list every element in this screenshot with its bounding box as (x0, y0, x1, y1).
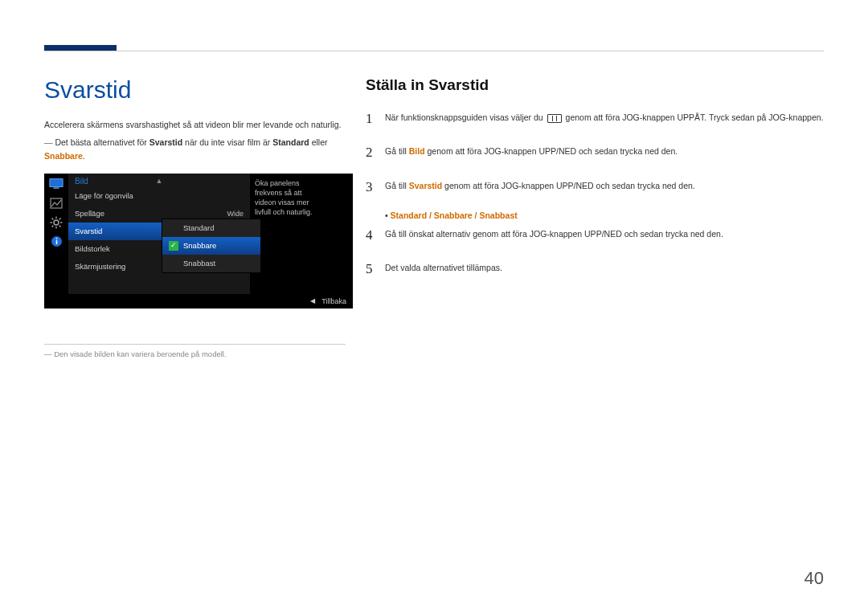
osd-panel: Bild ▲ Läge för ögonvila Spelläge Wide (44, 174, 353, 309)
svg-line-8 (52, 218, 54, 219)
instructions-list: 1 När funktionsknappsguiden visas väljer… (366, 108, 824, 198)
osd-item-value: Wide (227, 210, 244, 218)
step-2: 2 Gå till Bild genom att föra JOG-knappe… (366, 142, 824, 163)
step-body: Gå till Svarstid genom att föra JOG-knap… (385, 177, 824, 192)
osd-body: Bild ▲ Läge för ögonvila Spelläge Wide (44, 174, 353, 294)
menu-icon (547, 114, 562, 123)
osd-action-bar: ◀ Tillbaka (44, 294, 353, 309)
osd-icon-rail (44, 174, 68, 294)
osd-description: Öka panelens frekvens så att videon visa… (250, 174, 329, 294)
picture-icon (49, 198, 63, 209)
step-number: 5 (366, 259, 385, 280)
step-body: Gå till Bild genom att föra JOG-knappen … (385, 142, 824, 157)
note-bold-standard: Standard (272, 137, 309, 147)
step2-text-b: genom att föra JOG-knappen UPP/NED och s… (425, 146, 678, 156)
monitor-icon (49, 178, 63, 190)
note-text-c: eller (309, 137, 328, 147)
left-column: Svarstid Accelerera skärmens svarshastig… (44, 76, 362, 358)
recommendation-note: Det bästa alternativet för Svarstid när … (44, 136, 346, 162)
step-number: 3 (366, 177, 385, 198)
svg-rect-14 (55, 238, 57, 239)
note-text-a: Det bästa alternativet för (55, 137, 149, 147)
osd-back-label[interactable]: Tillbaka (321, 297, 346, 305)
note-text-b: när du inte visar film är (182, 137, 272, 147)
step-number: 1 (366, 108, 385, 129)
osd-item-label: Skärmjustering (75, 262, 125, 271)
osd-menu-title: Bild ▲ (68, 174, 250, 187)
header-rule (44, 51, 824, 51)
note-highlight-snabbare: Snabbare (44, 151, 83, 161)
svg-line-11 (59, 218, 61, 219)
back-arrow-icon: ◀ (310, 297, 315, 304)
submenu-label: Standard (183, 223, 215, 232)
svg-point-3 (54, 220, 59, 225)
step3-text-a: Gå till (385, 181, 409, 190)
step-1: 1 När funktionsknappsguiden visas väljer… (366, 108, 824, 129)
osd-item-label: Spelläge (75, 209, 104, 218)
info-icon (49, 236, 63, 247)
osd-main-menu: Bild ▲ Läge för ögonvila Spelläge Wide (68, 174, 250, 294)
intro-text: Accelerera skärmens svarshastighet så at… (44, 118, 346, 131)
instructions-list-cont: 4 Gå till önskat alternativ genom att fö… (366, 225, 824, 280)
svg-line-10 (52, 225, 54, 227)
step1-text-b: genom att föra JOG-knappen UPPÅT. Tryck … (563, 112, 824, 122)
step1-text-a: När funktionsknappsguiden visas väljer d… (385, 112, 546, 122)
submenu-snabbare[interactable]: ✓ Snabbare (162, 237, 260, 255)
svg-rect-2 (51, 198, 62, 208)
footnote-text: Den visade bilden kan variera beroende p… (44, 349, 346, 358)
step-body: Gå till önskat alternativ genom att föra… (385, 225, 824, 240)
svg-line-9 (59, 225, 61, 227)
section-heading: Svarstid (44, 76, 346, 104)
step-number: 2 (366, 142, 385, 163)
step-4: 4 Gå till önskat alternativ genom att fö… (366, 225, 824, 246)
svg-rect-0 (50, 179, 63, 187)
right-column: Ställa in Svarstid 1 När funktionsknapps… (362, 76, 824, 358)
scroll-up-arrow-icon: ▲ (156, 177, 163, 185)
osd-item-label: Bildstorlek (75, 244, 110, 253)
settings-gear-icon (49, 217, 63, 228)
submenu-label: Snabbare (183, 241, 216, 250)
step-body: När funktionsknappsguiden visas väljer d… (385, 108, 824, 124)
step-5: 5 Det valda alternativet tillämpas. (366, 259, 824, 280)
osd-submenu: Standard ✓ Snabbare Snabbast (162, 219, 261, 273)
step2-text-a: Gå till (385, 146, 409, 156)
submenu-label: Snabbast (183, 259, 215, 268)
osd-title-text: Bild (75, 177, 88, 186)
osd-screenshot: Bild ▲ Läge för ögonvila Spelläge Wide (44, 174, 353, 309)
options-text: Standard / Snabbare / Snabbast (391, 210, 518, 220)
section-marker (44, 45, 117, 51)
note-suffix: . (83, 151, 85, 161)
step-body: Det valda alternativet tillämpas. (385, 259, 824, 274)
page-number: 40 (805, 568, 824, 589)
page-content: Svarstid Accelerera skärmens svarshastig… (44, 76, 824, 358)
step2-highlight: Bild (409, 146, 425, 156)
osd-item-label: Svarstid (75, 227, 102, 235)
options-bullet: Standard / Snabbare / Snabbast (385, 210, 824, 220)
step3-highlight: Svarstid (409, 181, 442, 190)
svg-rect-13 (55, 240, 57, 244)
footnote-rule (44, 344, 346, 345)
submenu-snabbast[interactable]: Snabbast (162, 255, 260, 272)
step-3: 3 Gå till Svarstid genom att föra JOG-kn… (366, 177, 824, 198)
check-icon: ✓ (169, 241, 178, 251)
instructions-heading: Ställa in Svarstid (366, 76, 824, 94)
step-number: 4 (366, 225, 385, 246)
note-bold-svarstid: Svarstid (149, 137, 182, 147)
submenu-standard[interactable]: Standard (162, 219, 260, 237)
osd-item-label: Läge för ögonvila (75, 191, 133, 200)
svg-rect-1 (53, 188, 59, 189)
osd-item-lage[interactable]: Läge för ögonvila (68, 187, 250, 205)
step3-text-b: genom att föra JOG-knappen UPP/NED och s… (442, 181, 695, 190)
